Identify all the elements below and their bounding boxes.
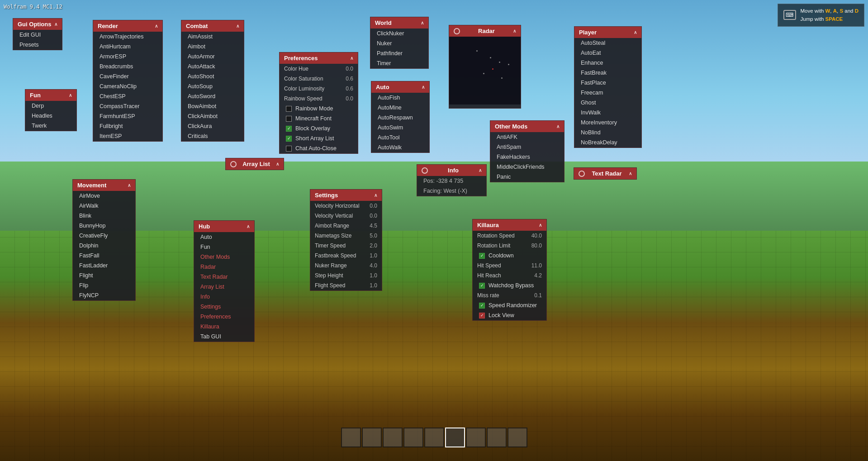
hub-item-othermods[interactable]: Other Mods [194, 252, 254, 262]
rotation-limit-row[interactable]: Rotation Limit 80.0 [473, 241, 546, 251]
hotbar-slot-5[interactable] [424, 428, 444, 447]
hub-item-info[interactable]: Info [194, 292, 254, 302]
chat-auto-close-checkbox[interactable] [286, 146, 292, 152]
movement-header[interactable]: Movement ∧ [73, 180, 135, 191]
hotbar-slot-6[interactable] [445, 428, 465, 447]
other-mods-item-1[interactable]: AntiAFK [490, 132, 564, 142]
auto-item-3[interactable]: AutoRespawn [371, 113, 429, 123]
watchdog-bypass-item[interactable]: Watchdog Bypass [473, 280, 546, 290]
rainbow-speed-row[interactable]: Rainbow Speed 0.0 [280, 94, 358, 104]
render-item-3[interactable]: ArmorESP [93, 52, 162, 62]
player-item-3[interactable]: Enhance [574, 58, 641, 68]
render-item-5[interactable]: CaveFinder [93, 71, 162, 81]
fun-item-1[interactable]: Derp [25, 101, 76, 111]
color-hue-row[interactable]: Color Hue 0.0 [280, 64, 358, 74]
killaura-collapse[interactable]: ∧ [539, 223, 542, 228]
combat-item-9[interactable]: ClickAimbot [181, 111, 244, 121]
movement-item-8[interactable]: Flip [73, 280, 135, 290]
velocity-horizontal-row[interactable]: Velocity Horizontal 0.0 [310, 201, 382, 211]
lock-view-checkbox[interactable] [479, 313, 485, 318]
combat-item-4[interactable]: AutoAttack [181, 62, 244, 71]
render-header[interactable]: Render ∧ [93, 20, 162, 32]
settings-header[interactable]: Settings ∧ [310, 190, 382, 201]
movement-item-7[interactable]: FastLadder [73, 261, 135, 271]
hotbar-slot-4[interactable] [403, 428, 423, 447]
info-header[interactable]: Info ∧ [417, 165, 486, 176]
array-list-circle-btn[interactable] [230, 161, 237, 167]
other-mods-header[interactable]: Other Mods ∧ [490, 121, 564, 132]
render-item-10[interactable]: Fullbright [93, 121, 162, 131]
player-item-4[interactable]: FastBreak [574, 68, 641, 78]
hotbar-slot-2[interactable] [362, 428, 382, 447]
radar-collapse[interactable]: ∧ [513, 29, 516, 33]
hub-item-arraylist[interactable]: Array List [194, 282, 254, 292]
combat-item-8[interactable]: BowAimbot [181, 101, 244, 111]
hotbar-slot-3[interactable] [383, 428, 403, 447]
combat-item-6[interactable]: AutoSoup [181, 81, 244, 91]
step-height-row[interactable]: Step Height 1.0 [310, 271, 382, 280]
combat-item-7[interactable]: AutoSword [181, 91, 244, 101]
player-header[interactable]: Player ∧ [574, 27, 641, 38]
render-item-11[interactable]: ItemESP [93, 131, 162, 141]
player-item-11[interactable]: NoBreakDelay [574, 138, 641, 147]
combat-item-3[interactable]: AutoArmor [181, 52, 244, 62]
info-collapse[interactable]: ∧ [479, 168, 482, 173]
block-overlay-checkbox[interactable] [286, 126, 292, 132]
movement-item-6[interactable]: FastFall [73, 251, 135, 261]
render-item-9[interactable]: FarmhuntESP [93, 111, 162, 121]
player-item-8[interactable]: InvWalk [574, 108, 641, 118]
combat-item-11[interactable]: Criticals [181, 131, 244, 141]
auto-item-2[interactable]: AutoMine [371, 103, 429, 113]
velocity-vertical-row[interactable]: Velocity Vertical 0.0 [310, 211, 382, 221]
chat-auto-close-item[interactable]: Chat Auto-Close [280, 143, 358, 153]
movement-item-dolphin[interactable]: Dolphin [73, 241, 135, 251]
player-item-1[interactable]: AutoSteal [574, 38, 641, 48]
text-radar-circle-btn[interactable] [579, 171, 585, 177]
miss-rate-row[interactable]: Miss rate 0.1 [473, 290, 546, 300]
world-collapse[interactable]: ∧ [421, 20, 424, 25]
hub-item-preferences[interactable]: Preferences [194, 312, 254, 322]
color-luminosity-row[interactable]: Color Luminosity 0.6 [280, 84, 358, 94]
timer-speed-row[interactable]: Timer Speed 2.0 [310, 241, 382, 251]
rainbow-mode-checkbox[interactable] [286, 106, 292, 112]
fun-header[interactable]: Fun ∧ [25, 90, 76, 101]
world-item-2[interactable]: Nuker [370, 38, 428, 48]
hub-item-auto[interactable]: Auto [194, 232, 254, 242]
settings-collapse[interactable]: ∧ [374, 193, 377, 198]
hotbar-slot-8[interactable] [487, 428, 507, 447]
hub-header[interactable]: Hub ∧ [194, 221, 254, 232]
other-mods-item-5[interactable]: Panic [490, 172, 564, 182]
auto-collapse[interactable]: ∧ [422, 85, 425, 90]
auto-item-4[interactable]: AutoSwim [371, 123, 429, 133]
player-item-10[interactable]: NoBlind [574, 128, 641, 138]
rotation-speed-row[interactable]: Rotation Speed 40.0 [473, 231, 546, 241]
hub-item-textradar[interactable]: Text Radar [194, 272, 254, 282]
minecraft-font-checkbox[interactable] [286, 116, 292, 122]
combat-item-5[interactable]: AutoShoot [181, 71, 244, 81]
combat-item-1[interactable]: AimAssist [181, 32, 244, 42]
nuker-range-row[interactable]: Nuker Range 4.0 [310, 261, 382, 271]
array-list-header[interactable]: Array List ∧ [226, 158, 284, 170]
hub-item-settings[interactable]: Settings [194, 302, 254, 312]
other-mods-item-2[interactable]: AntiSpam [490, 142, 564, 152]
hotbar-slot-9[interactable] [508, 428, 527, 447]
edit-gui-item[interactable]: Edit GUI [13, 30, 62, 40]
world-item-1[interactable]: ClickNuker [370, 29, 428, 38]
render-item-1[interactable]: ArrowTrajectories [93, 32, 162, 42]
movement-item-4[interactable]: BunnyHop [73, 221, 135, 231]
combat-header[interactable]: Combat ∧ [181, 20, 244, 32]
presets-item[interactable]: Presets [13, 40, 62, 50]
nametags-size-row[interactable]: Nametags Size 5.0 [310, 231, 382, 241]
hub-item-killaura[interactable]: Killaura [194, 322, 254, 332]
short-array-list-item[interactable]: Short Array List [280, 133, 358, 143]
lock-view-item[interactable]: Lock View [473, 310, 546, 320]
short-array-list-checkbox[interactable] [286, 136, 292, 142]
world-item-3[interactable]: Pathfinder [370, 48, 428, 58]
auto-item-6[interactable]: AutoWalk [371, 143, 429, 152]
array-list-collapse[interactable]: ∧ [276, 162, 279, 166]
movement-item-5[interactable]: CreativeFly [73, 231, 135, 241]
hub-item-tabgui[interactable]: Tab GUI [194, 332, 254, 342]
render-collapse[interactable]: ∧ [155, 24, 158, 29]
render-item-6[interactable]: CameraNoClip [93, 81, 162, 91]
movement-item-9[interactable]: FlyNCP [73, 290, 135, 300]
